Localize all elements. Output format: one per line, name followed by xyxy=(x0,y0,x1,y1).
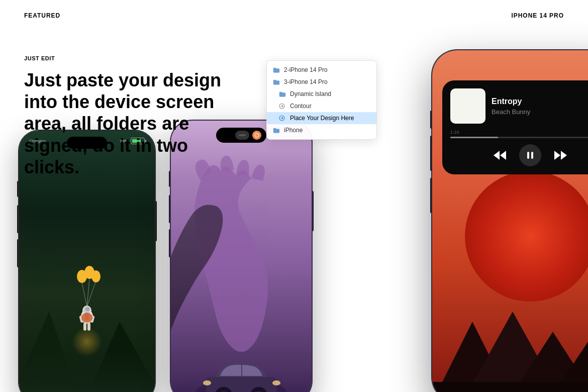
folder-icon xyxy=(273,79,280,85)
balloon-glow xyxy=(72,327,102,357)
progress-times: 1:10 -1:50 xyxy=(450,130,588,135)
ground-mist xyxy=(19,352,155,392)
sun-scene xyxy=(432,161,588,392)
file-tree-item-4[interactable]: Contour xyxy=(267,100,376,112)
svg-rect-35 xyxy=(432,382,588,392)
svg-rect-29 xyxy=(527,152,529,159)
svg-point-27 xyxy=(272,380,280,385)
album-art xyxy=(450,88,485,124)
phone-right-wrapper: Entropy Beach Bunny xyxy=(432,50,588,392)
di-pill xyxy=(235,131,249,140)
svg-rect-22 xyxy=(206,377,276,392)
svg-point-4 xyxy=(91,270,101,282)
time-elapsed: 1:10 xyxy=(450,130,459,135)
controls-row xyxy=(450,144,588,166)
side-button-power xyxy=(155,201,157,241)
svg-point-17 xyxy=(81,313,92,323)
car-svg xyxy=(191,342,291,392)
progress-bar-track[interactable] xyxy=(450,137,588,138)
song-title: Entropy xyxy=(492,97,588,106)
music-screen: Entropy Beach Bunny xyxy=(432,50,588,392)
phone-frame-right: Entropy Beach Bunny xyxy=(432,50,588,392)
file-label: 3-iPhone 14 Pro xyxy=(284,78,328,85)
folder-icon xyxy=(273,128,280,133)
left-content: JUST EDIT Just paste your design into th… xyxy=(24,55,225,178)
music-player-card: Entropy Beach Bunny xyxy=(442,80,588,174)
file-tree-item-2[interactable]: 3-iPhone 14 Pro xyxy=(267,76,376,88)
file-tree-item-1[interactable]: 2-iPhone 14 Pro xyxy=(267,64,376,76)
file-tree-panel: 2-iPhone 14 Pro 3-iPhone 14 Pro Dynamic … xyxy=(266,60,377,140)
file-tree-item-5[interactable]: Place Your Design Here xyxy=(267,112,376,124)
file-tree-item-3[interactable]: Dynamic Island xyxy=(267,88,376,100)
header: FEATURED IPHONE 14 PRO xyxy=(0,0,588,31)
mountains-svg xyxy=(432,291,588,392)
music-info: Entropy Beach Bunny xyxy=(492,97,588,116)
big-sun xyxy=(465,171,588,302)
file-label: 2-iPhone 14 Pro xyxy=(284,66,328,73)
featured-label: FEATURED xyxy=(24,12,60,19)
svg-point-11 xyxy=(85,307,89,311)
artist-name: Beach Bunny xyxy=(492,108,588,116)
purple-hand-svg xyxy=(171,151,312,362)
file-label: Contour xyxy=(290,103,312,110)
side-button-power-c xyxy=(312,191,314,231)
svg-rect-18 xyxy=(239,134,246,136)
svg-point-28 xyxy=(203,380,211,385)
rewind-button[interactable] xyxy=(493,150,507,161)
model-label: IPHONE 14 PRO xyxy=(511,12,564,19)
folder-icon xyxy=(279,91,286,97)
music-top-row: Entropy Beach Bunny xyxy=(450,88,588,124)
progress-area: 1:10 -1:50 xyxy=(450,130,588,138)
file-label: iPhone xyxy=(284,127,303,134)
phone-screen-right: Entropy Beach Bunny xyxy=(432,50,588,392)
svg-rect-30 xyxy=(531,152,533,159)
just-edit-tag: JUST EDIT xyxy=(24,55,225,61)
forward-button[interactable] xyxy=(553,150,567,161)
file-label: Dynamic Island xyxy=(290,90,331,97)
main-headline: Just paste your design into the device s… xyxy=(24,69,225,178)
file-label: Place Your Design Here xyxy=(290,115,354,122)
file-tree-item-6[interactable]: iPhone xyxy=(267,124,376,136)
di-timer xyxy=(252,131,261,140)
folder-icon xyxy=(273,67,280,73)
progress-bar-fill xyxy=(450,137,498,138)
pause-button[interactable] xyxy=(519,144,541,166)
svg-line-5 xyxy=(82,283,87,307)
svg-line-20 xyxy=(257,134,258,135)
link-icon xyxy=(279,115,286,122)
link-icon xyxy=(279,103,286,110)
